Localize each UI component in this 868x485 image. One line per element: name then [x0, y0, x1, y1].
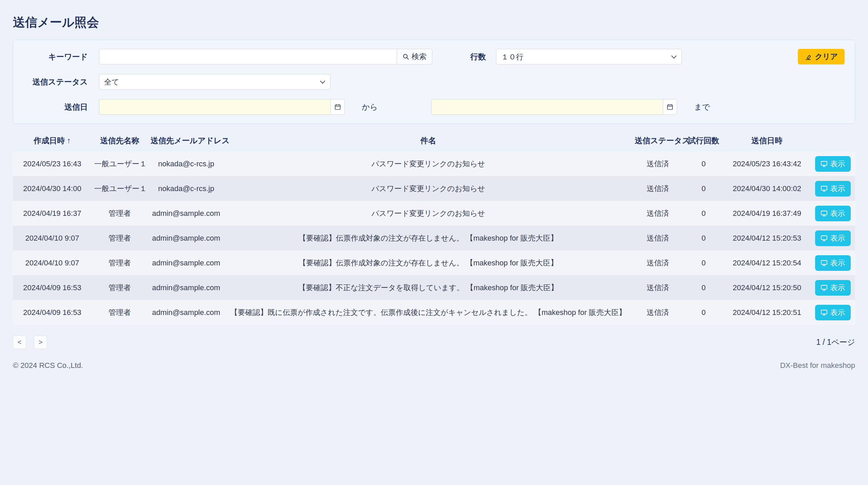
- display-button[interactable]: 表示: [815, 230, 851, 246]
- monitor-icon: [821, 260, 828, 266]
- recipient-name-cell: 一般ユーザー１: [92, 151, 148, 176]
- created-cell: 2024/04/09 16:53: [13, 275, 92, 300]
- table-row: 2024/04/19 16:37 管理者 admin@sample.com パス…: [13, 201, 855, 226]
- date-from-group: [99, 99, 345, 115]
- status-select-wrap: 全て: [99, 74, 331, 90]
- header-subject: 件名: [224, 129, 632, 151]
- header-recipient-name: 送信先名称: [92, 129, 148, 151]
- recipient-email-cell: admin@sample.com: [148, 275, 224, 300]
- header-recipient-email: 送信先メールアドレス: [148, 129, 224, 151]
- created-cell: 2024/05/23 16:43: [13, 151, 92, 176]
- created-cell: 2024/04/10 9:07: [13, 226, 92, 250]
- monitor-icon: [821, 161, 828, 167]
- date-from-calendar-button[interactable]: [331, 99, 345, 115]
- keyword-input[interactable]: [99, 49, 397, 64]
- display-button[interactable]: 表示: [815, 156, 851, 172]
- header-created[interactable]: 作成日時↑: [13, 129, 92, 151]
- display-button-label: 表示: [830, 159, 845, 169]
- recipient-email-cell: nokada@c-rcs.jp: [148, 151, 224, 176]
- page-info: 1 / 1ページ: [816, 337, 855, 348]
- subject-cell: パスワード変更リンクのお知らせ: [224, 176, 632, 201]
- actions-cell: 表示: [810, 226, 855, 250]
- actions-cell: 表示: [810, 300, 855, 325]
- display-button-label: 表示: [830, 208, 845, 219]
- rows-select-wrap: １０行: [496, 49, 682, 64]
- monitor-icon: [821, 210, 828, 217]
- date-from-input[interactable]: [99, 99, 331, 115]
- sent-at-cell: 2024/04/30 14:00:02: [724, 176, 810, 201]
- actions-cell: 表示: [810, 201, 855, 226]
- rows-label: 行数: [470, 52, 486, 62]
- brand-text: DX-Best for makeshop: [780, 361, 855, 370]
- actions-cell: 表示: [810, 275, 855, 300]
- recipient-email-cell: admin@sample.com: [148, 250, 224, 275]
- header-actions: [810, 129, 855, 151]
- filter-row-keyword: キーワード 検索 行数 １０行: [23, 49, 845, 64]
- display-button-label: 表示: [830, 184, 845, 194]
- sent-at-cell: 2024/05/23 16:43:42: [724, 151, 810, 176]
- table-row: 2024/04/09 16:53 管理者 admin@sample.com 【要…: [13, 275, 855, 300]
- attempts-cell: 0: [684, 250, 724, 275]
- eraser-icon: [805, 53, 812, 60]
- monitor-icon: [821, 185, 828, 192]
- actions-cell: 表示: [810, 176, 855, 201]
- display-button[interactable]: 表示: [815, 280, 851, 296]
- display-button[interactable]: 表示: [815, 305, 851, 320]
- table-row: 2024/04/10 9:07 管理者 admin@sample.com 【要確…: [13, 250, 855, 275]
- attempts-cell: 0: [684, 201, 724, 226]
- search-button[interactable]: 検索: [397, 49, 432, 64]
- display-button-label: 表示: [830, 258, 845, 268]
- status-cell: 送信済: [632, 226, 684, 250]
- send-date-label: 送信日: [23, 102, 88, 112]
- attempts-cell: 0: [684, 300, 724, 325]
- filter-row-date: 送信日 から: [23, 99, 845, 115]
- sent-at-cell: 2024/04/19 16:37:49: [724, 201, 810, 226]
- header-attempts: 試行回数: [684, 129, 724, 151]
- recipient-name-cell: 管理者: [92, 300, 148, 325]
- date-to-input[interactable]: [431, 99, 663, 115]
- display-button-label: 表示: [830, 307, 845, 318]
- attempts-cell: 0: [684, 226, 724, 250]
- search-button-label: 検索: [412, 52, 427, 62]
- clear-button[interactable]: クリア: [798, 49, 845, 64]
- status-cell: 送信済: [632, 300, 684, 325]
- attempts-cell: 0: [684, 275, 724, 300]
- pagination: < > 1 / 1ページ: [13, 336, 855, 349]
- date-to-suffix: まで: [694, 102, 710, 112]
- keyword-label: キーワード: [23, 52, 88, 62]
- date-to-calendar-button[interactable]: [663, 99, 677, 115]
- table-row: 2024/04/10 9:07 管理者 admin@sample.com 【要確…: [13, 226, 855, 250]
- sent-at-cell: 2024/04/12 15:20:50: [724, 275, 810, 300]
- status-cell: 送信済: [632, 201, 684, 226]
- calendar-icon: [667, 104, 673, 110]
- display-button[interactable]: 表示: [815, 181, 851, 197]
- send-status-select[interactable]: 全て: [99, 74, 331, 90]
- keyword-input-group: 検索: [99, 49, 432, 64]
- calendar-icon: [334, 104, 341, 110]
- display-button[interactable]: 表示: [815, 255, 851, 271]
- next-page-button[interactable]: >: [34, 336, 47, 349]
- sent-mail-table: 作成日時↑ 送信先名称 送信先メールアドレス 件名 送信ステータス 試行回数 送…: [13, 129, 855, 325]
- clear-button-label: クリア: [815, 52, 838, 62]
- sent-at-cell: 2024/04/12 15:20:53: [724, 226, 810, 250]
- rows-per-page-select[interactable]: １０行: [496, 49, 682, 64]
- header-status: 送信ステータス: [632, 129, 684, 151]
- subject-cell: パスワード変更リンクのお知らせ: [224, 151, 632, 176]
- status-cell: 送信済: [632, 250, 684, 275]
- subject-cell: 【要確認】伝票作成対象の注文が存在しません。 【makeshop for 販売大…: [224, 250, 632, 275]
- display-button[interactable]: 表示: [815, 206, 851, 221]
- filter-panel: キーワード 検索 行数 １０行: [13, 40, 855, 124]
- date-from-suffix: から: [362, 102, 378, 112]
- table-row: 2024/04/09 16:53 管理者 admin@sample.com 【要…: [13, 300, 855, 325]
- recipient-name-cell: 管理者: [92, 275, 148, 300]
- created-cell: 2024/04/10 9:07: [13, 250, 92, 275]
- attempts-cell: 0: [684, 176, 724, 201]
- subject-cell: 【要確認】不正な注文データを取得しています。 【makeshop for 販売大…: [224, 275, 632, 300]
- recipient-name-cell: 管理者: [92, 250, 148, 275]
- monitor-icon: [821, 235, 828, 242]
- date-to-group: [431, 99, 677, 115]
- recipient-name-cell: 管理者: [92, 201, 148, 226]
- prev-page-button[interactable]: <: [13, 336, 26, 349]
- table-row: 2024/04/30 14:00 一般ユーザー１ nokada@c-rcs.jp…: [13, 176, 855, 201]
- display-button-label: 表示: [830, 233, 845, 243]
